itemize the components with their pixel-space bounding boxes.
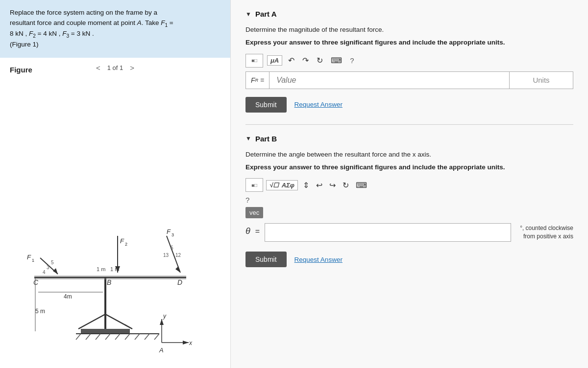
svg-text:D: D — [177, 278, 182, 286]
svg-text:1 m: 1 m — [110, 266, 119, 272]
svg-text:y: y — [163, 313, 167, 320]
part-a-header[interactable]: ▼ Part A — [245, 10, 573, 18]
figure-nav-text: 1 of 1 — [107, 64, 123, 71]
svg-text:3: 3 — [172, 232, 174, 237]
part-a-title: Part A — [255, 10, 277, 18]
units-field[interactable]: Units — [509, 72, 573, 89]
part-b-desc1: Determine the angle between the resultan… — [245, 150, 573, 160]
figure-nav: < 1 of 1 > — [94, 63, 136, 73]
next-figure-button[interactable]: > — [128, 63, 136, 73]
svg-text:A: A — [159, 346, 164, 353]
svg-marker-48 — [183, 341, 189, 345]
svg-line-12 — [154, 334, 159, 340]
theta-note: °, counted clockwise from positive x axi… — [516, 224, 573, 241]
svg-text:x: x — [189, 340, 193, 346]
fr-label: FR = — [246, 72, 270, 89]
svg-text:C: C — [33, 278, 39, 286]
keyboard-icon[interactable]: ⌨ — [329, 55, 344, 66]
svg-text:F: F — [27, 253, 31, 261]
help-icon-b[interactable]: ? — [245, 196, 249, 204]
svg-text:2: 2 — [125, 242, 127, 247]
keyboard-icon-b[interactable]: ⌨ — [354, 180, 369, 191]
part-a-toolbar: ■□ μA ↶ ↷ ↻ ⌨ ? — [245, 54, 573, 68]
prev-figure-button[interactable]: < — [94, 63, 102, 73]
undo-icon-b[interactable]: ↩ — [314, 180, 324, 191]
problem-text-box: Replace the force system acting on the f… — [0, 0, 230, 58]
svg-text:3: 3 — [47, 265, 49, 270]
divider — [245, 124, 573, 125]
vec-button[interactable]: vec — [245, 207, 263, 218]
svg-line-14 — [105, 314, 132, 329]
part-b-btn-row: Submit Request Answer — [245, 252, 573, 267]
svg-text:12: 12 — [175, 253, 181, 258]
part-b-header[interactable]: ▼ Part B — [245, 135, 573, 143]
svg-marker-45 — [160, 319, 164, 325]
theta-row: θ = °, counted clockwise from positive x… — [245, 223, 573, 242]
svg-line-10 — [135, 334, 140, 340]
part-a-desc1: Determine the magnitude of the resultant… — [245, 25, 573, 35]
arrows-icon[interactable]: ⇕ — [301, 180, 311, 191]
part-b-arrow: ▼ — [245, 135, 251, 142]
svg-text:4m: 4m — [64, 293, 72, 300]
svg-line-9 — [125, 334, 130, 340]
part-b-desc2: Express your answer to three significant… — [245, 162, 573, 172]
theta-eq: = — [255, 223, 260, 236]
svg-line-11 — [145, 334, 149, 340]
problem-text: Replace the force system acting on the f… — [10, 9, 173, 48]
svg-text:4: 4 — [43, 270, 46, 275]
value-input[interactable] — [270, 72, 509, 89]
svg-text:5 m: 5 m — [35, 308, 45, 315]
figure-svg: C B D 4m 5 m F 1 3 4 5 F 2 — [0, 187, 230, 353]
theta-input[interactable] — [265, 223, 511, 242]
redo-icon[interactable]: ↷ — [300, 55, 311, 66]
part-a-desc2: Express your answer to three significant… — [245, 38, 573, 47]
svg-text:5: 5 — [171, 245, 173, 251]
request-answer-b[interactable]: Request Answer — [294, 256, 343, 263]
format-icon[interactable]: ■□ — [245, 54, 263, 68]
svg-line-5 — [86, 334, 91, 340]
submit-button-b[interactable]: Submit — [245, 252, 287, 267]
svg-text:F: F — [167, 228, 171, 235]
refresh-icon-b[interactable]: ↻ — [341, 180, 351, 191]
svg-line-8 — [115, 334, 120, 340]
undo-icon[interactable]: ↶ — [286, 55, 296, 66]
right-panel: ▼ Part A Determine the magnitude of the … — [230, 0, 588, 368]
part-a-input-row: FR = Units — [245, 71, 573, 89]
figure-label: Figure — [10, 66, 32, 74]
svg-text:B: B — [107, 278, 111, 286]
svg-text:1 m: 1 m — [97, 266, 105, 272]
svg-line-7 — [105, 334, 110, 340]
submit-button-a[interactable]: Submit — [245, 97, 287, 113]
theta-label: θ — [245, 223, 250, 236]
part-b-title: Part B — [255, 135, 277, 143]
svg-line-6 — [96, 334, 100, 340]
svg-text:1: 1 — [32, 258, 34, 263]
svg-text:5: 5 — [51, 260, 54, 265]
redo-icon-b[interactable]: ↪ — [327, 180, 338, 191]
request-answer-a[interactable]: Request Answer — [294, 101, 343, 108]
figure-area: Figure < 1 of 1 > — [0, 58, 230, 368]
refresh-icon[interactable]: ↻ — [315, 55, 325, 66]
svg-line-4 — [76, 334, 81, 340]
theta-input-col — [265, 223, 511, 242]
svg-rect-2 — [81, 329, 130, 334]
mu-icon[interactable]: μA — [267, 55, 282, 66]
left-panel: Replace the force system acting on the f… — [0, 0, 230, 368]
svg-marker-25 — [53, 268, 58, 274]
svg-text:F: F — [120, 237, 124, 245]
sqrt-icon[interactable]: √☐ AΣφ — [266, 180, 298, 190]
part-a-arrow: ▼ — [245, 11, 251, 18]
svg-text:13: 13 — [163, 253, 169, 258]
part-b-toolbar: ■□ √☐ AΣφ ⇕ ↩ ↪ ↻ ⌨ — [245, 178, 573, 192]
format-icon-b[interactable]: ■□ — [245, 178, 263, 192]
part-a-btn-row: Submit Request Answer — [245, 97, 573, 113]
svg-line-13 — [78, 314, 105, 329]
help-icon-a[interactable]: ? — [350, 56, 354, 65]
